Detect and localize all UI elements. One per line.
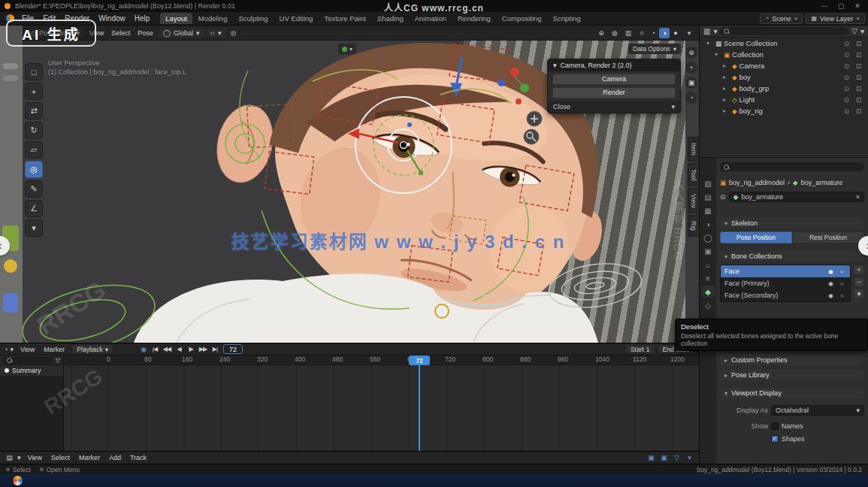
properties-tab[interactable]: ≡	[701, 272, 715, 284]
sidebar-tab[interactable]: Item	[688, 137, 699, 162]
shading-mode-button[interactable]: ●	[670, 28, 681, 38]
menu[interactable]: Select	[47, 453, 74, 462]
dope-editor-icon[interactable]: ▤	[4, 454, 15, 461]
filter-dropdown-icon[interactable]: ▾	[860, 27, 864, 35]
close-button[interactable]: ✕	[851, 2, 863, 10]
tool-button[interactable]: ∠	[25, 200, 43, 217]
properties-tab[interactable]: ▧	[701, 177, 715, 189]
disable-render-toggle-icon[interactable]: ⊡	[854, 107, 863, 115]
viewport-nav-button[interactable]: ▣	[685, 77, 697, 89]
filter-icon[interactable]: ▽	[56, 357, 60, 364]
workspace-tab[interactable]: Shading	[372, 13, 409, 24]
timeline-grid[interactable]	[64, 365, 699, 451]
outliner-row[interactable]: ▾ ▦ Scene Collection ⊙ ⊡	[700, 38, 868, 49]
list-action-button[interactable]: +	[854, 265, 864, 275]
auto-keying-toggle-icon[interactable]: ◉	[141, 346, 147, 353]
workspace-tab[interactable]: UV Editing	[274, 13, 319, 24]
sidebar-tab[interactable]: Rig	[688, 215, 699, 237]
object-name[interactable]: Camera	[739, 62, 765, 70]
menu[interactable]: Select	[107, 29, 134, 38]
disable-render-toggle-icon[interactable]: ⊡	[854, 62, 863, 70]
breadcrumb-object[interactable]: boy_rig_addmodel	[729, 179, 785, 186]
hide-viewport-toggle-icon[interactable]: ⊙	[842, 51, 851, 59]
object-name[interactable]: body_grp	[739, 84, 770, 92]
shading-mode-button[interactable]: ○	[637, 28, 647, 38]
properties-tab[interactable]: ◯	[701, 231, 715, 244]
properties-tab[interactable]: ▦	[701, 204, 715, 216]
eye-control-center[interactable]	[401, 142, 407, 149]
bone-collection-row[interactable]: Face ◉ ○	[721, 265, 850, 277]
workspace-tab[interactable]: Modeling	[193, 13, 233, 24]
outliner-search[interactable]	[720, 27, 848, 35]
gizmo-ball-red[interactable]	[510, 68, 519, 77]
object-name[interactable]: boy	[739, 73, 751, 81]
expand-chevron-icon[interactable]: ▸	[723, 107, 730, 114]
panel-close-row[interactable]: Close▾	[548, 101, 680, 113]
transport-button[interactable]: ◀	[173, 344, 185, 354]
editor-dropdown-icon[interactable]: ▾	[10, 346, 14, 353]
disable-render-toggle-icon[interactable]: ⊡	[854, 74, 863, 81]
menu[interactable]: Pose	[134, 29, 157, 38]
menu[interactable]: Add	[104, 453, 126, 462]
dope-toggle-icon[interactable]: ▣	[658, 454, 670, 461]
collection-solo-icon[interactable]: ○	[838, 268, 846, 275]
workspace-tab[interactable]: Compositing	[497, 13, 547, 24]
object-name[interactable]: Collection	[732, 50, 764, 59]
bone-collections-section-header[interactable]: ▾Bone Collections	[720, 251, 864, 262]
hand-button[interactable]	[527, 111, 542, 126]
maximize-button[interactable]: ▢	[835, 2, 847, 10]
display-as-dropdown[interactable]: Octahedral▾	[771, 405, 864, 416]
tool-color-chip[interactable]: ▾	[338, 44, 356, 54]
timeline-editor-icon[interactable]: ◔	[4, 346, 8, 353]
playback-popover[interactable]: Playback▾	[71, 344, 113, 354]
viewport-toggle-icon[interactable]: ⊕	[595, 29, 607, 37]
frame-start-field[interactable]: Start1	[625, 344, 655, 354]
rest-position-button[interactable]: Rest Position	[792, 231, 864, 244]
collection-visibility-icon[interactable]: ◉	[827, 268, 835, 275]
expand-chevron-icon[interactable]: ▾	[715, 51, 721, 58]
viewport-3d[interactable]: ◇Pose Mode▾ ViewSelectPose ◯Global▾ ∩▾ ◎…	[23, 26, 699, 343]
tool-button[interactable]: ▱	[25, 141, 43, 159]
outliner-row[interactable]: ▾ ▣ Collection ⊙ ⊡	[700, 49, 868, 60]
shapes-checkbox[interactable]: ✓	[771, 435, 779, 443]
bone-collection-name[interactable]: Face	[724, 268, 739, 275]
menu[interactable]: View	[16, 345, 39, 354]
outliner-row[interactable]: ▸ ◆ boy_rig ⊙ ⊡	[700, 105, 868, 116]
properties-tab[interactable]: ◑	[701, 218, 715, 230]
viewport-nav-button[interactable]: ◔	[685, 92, 697, 104]
disable-render-toggle-icon[interactable]: ⊡	[854, 51, 863, 59]
collection-visibility-icon[interactable]: ◉	[827, 280, 835, 287]
close-icon[interactable]: ×	[794, 15, 798, 22]
gizmo-ball-blue[interactable]	[498, 79, 505, 86]
expand-chevron-icon[interactable]: ▾	[706, 40, 713, 47]
pose-position-button[interactable]: Pose Position	[720, 231, 792, 244]
floating-panel-header[interactable]: ▾Camera, Render 2 (2.0)	[548, 59, 680, 71]
gizmo-ball-red-small[interactable]	[516, 98, 522, 104]
viewport-toggle-icon[interactable]: ◍	[609, 29, 621, 37]
properties-tab[interactable]: ◇	[701, 299, 715, 311]
properties-tab[interactable]: ⌂	[701, 259, 715, 271]
object-name[interactable]: boy_rig	[739, 107, 763, 115]
expand-chevron-icon[interactable]: ▸	[723, 74, 730, 80]
summary-channel[interactable]: Summary	[0, 365, 63, 376]
menu[interactable]: Window	[94, 14, 130, 23]
playhead-frame-badge[interactable]: 72	[409, 355, 430, 365]
outliner-row[interactable]: ▸ ◆ Camera ⊙ ⊡	[700, 60, 868, 71]
editor-dropdown-icon[interactable]: ▾	[713, 27, 717, 35]
transport-button[interactable]: ▶▶	[197, 344, 209, 354]
workspace-tab[interactable]: Animation	[410, 13, 452, 24]
menu[interactable]: Marker	[74, 453, 104, 462]
dope-toggle-icon[interactable]: ▽	[671, 454, 682, 461]
editor-dropdown-icon[interactable]: ▾	[17, 454, 21, 461]
breadcrumb-data[interactable]: boy_armature	[801, 179, 843, 186]
shading-mode-button[interactable]: ◑	[659, 28, 670, 38]
list-action-button[interactable]: ▾	[854, 289, 864, 299]
collection-solo-icon[interactable]: ○	[838, 292, 846, 299]
list-action-button[interactable]: −	[854, 277, 864, 287]
playhead[interactable]	[419, 355, 420, 451]
tool-button[interactable]: ◎	[25, 161, 43, 178]
hide-viewport-toggle-icon[interactable]: ⊙	[842, 85, 851, 92]
tool-button[interactable]: +	[25, 83, 43, 100]
gizmo-ball-green[interactable]	[520, 83, 529, 92]
menu[interactable]: View	[23, 453, 47, 462]
